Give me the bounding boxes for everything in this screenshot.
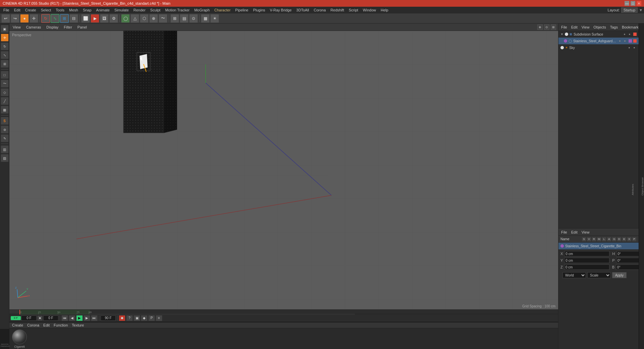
render-settings-button[interactable]: ⚙ — [109, 14, 118, 23]
end-frame-field[interactable] — [101, 315, 116, 321]
mat-menu-edit[interactable]: Edit — [42, 322, 51, 328]
left-scene-btn[interactable]: ▦ — [1, 106, 9, 114]
menu-mesh[interactable]: Mesh — [67, 7, 80, 13]
menu-character[interactable]: Character — [212, 7, 232, 13]
vp-menu-cameras[interactable]: Cameras — [25, 24, 43, 30]
vp-icon-1[interactable]: ⊕ — [537, 24, 543, 30]
menu-redshift[interactable]: Redshift — [328, 7, 346, 13]
obj-menu-objects[interactable]: Objects — [592, 24, 607, 30]
left-deform-btn[interactable]: ╱ — [1, 97, 9, 105]
attr-menu-view[interactable]: View — [580, 230, 591, 235]
attr-col-r[interactable]: R — [592, 237, 596, 242]
key-btn-1[interactable]: ◆ — [37, 315, 43, 321]
menu-window[interactable]: Window — [361, 7, 378, 13]
obj-render-btn-subdivision[interactable]: ● — [627, 32, 632, 37]
goto-end-btn[interactable]: ⏭ — [91, 315, 98, 321]
left-s-btn[interactable]: S — [1, 117, 9, 125]
move-tool-button[interactable]: ✛ — [30, 14, 38, 23]
left-nurbs-btn[interactable]: ◇ — [1, 88, 9, 96]
layout-arrow[interactable]: ▼ — [639, 8, 643, 12]
material-item-cigarett[interactable]: Cigarett — [12, 330, 27, 348]
left-primitive-btn[interactable]: □ — [1, 71, 9, 79]
attr-col-g[interactable]: G — [612, 237, 616, 242]
menu-corona[interactable]: Corona — [312, 7, 328, 13]
viewport[interactable]: Perspective Y X Z Grid Spacing : 100 cm — [9, 31, 558, 309]
menu-plugins[interactable]: Plugins — [251, 7, 267, 13]
snap2-button[interactable]: ⊙ — [189, 14, 198, 23]
redo-button[interactable]: ↩ — [11, 14, 19, 23]
menu-create[interactable]: Create — [23, 7, 38, 13]
light-button[interactable]: ☀ — [210, 14, 219, 23]
obj-item-subdivision[interactable]: ▼ ⊞ Subdivision Surface ● ● — [558, 31, 639, 38]
vp-menu-filter[interactable]: Filter — [62, 24, 73, 30]
polygon-mode-button[interactable]: △ — [130, 14, 139, 23]
menu-snap[interactable]: Snap — [81, 7, 94, 13]
motion-clip-btn[interactable]: ▣ — [133, 315, 140, 321]
attr-col-p[interactable]: P — [632, 237, 637, 242]
left-circle-btn[interactable]: ⊚ — [1, 126, 9, 134]
maximize-button[interactable]: □ — [631, 1, 635, 6]
menu-tools[interactable]: Tools — [54, 7, 66, 13]
x-pos-input[interactable] — [564, 251, 609, 256]
vp-menu-view[interactable]: View — [11, 24, 22, 30]
attr-col-e[interactable]: E — [622, 237, 627, 242]
more-btn[interactable]: ≡ — [156, 315, 162, 321]
render-to-picture-button[interactable]: 🖼 — [100, 14, 109, 23]
obj-menu-view[interactable]: View — [580, 24, 591, 30]
menu-script[interactable]: Script — [347, 7, 360, 13]
minimize-button[interactable]: — — [625, 1, 629, 6]
apply-button[interactable]: Apply — [612, 272, 627, 278]
attr-menu-edit[interactable]: Edit — [570, 230, 579, 235]
left-move-btn[interactable]: ✛ — [1, 34, 9, 42]
vp-icon-2[interactable]: ⊙ — [544, 24, 549, 30]
menu-3dtoall[interactable]: 3DToAll — [294, 7, 311, 13]
scale-dropdown[interactable]: Scale — [587, 272, 611, 278]
undo-button[interactable]: ↩ — [1, 14, 10, 23]
menu-simulate[interactable]: Simulate — [112, 7, 131, 13]
obj-menu-tags[interactable]: Tags — [609, 24, 619, 30]
obj-menu-file[interactable]: File — [560, 24, 569, 30]
attr-col-d[interactable]: D — [617, 237, 622, 242]
grid-button[interactable]: ▤ — [180, 14, 189, 23]
left-transform-btn[interactable]: ⊞ — [1, 60, 9, 68]
browser-label[interactable]: Object Browser — [641, 177, 644, 196]
menu-edit[interactable]: Edit — [12, 7, 22, 13]
point-mode-button[interactable]: ⊕ — [149, 14, 158, 23]
current-frame-field[interactable] — [43, 315, 58, 321]
autokey-btn[interactable]: ? — [126, 315, 133, 321]
object-mode-button[interactable]: ◯ — [121, 14, 130, 23]
menu-animate[interactable]: Animate — [94, 7, 112, 13]
menu-select[interactable]: Select — [39, 7, 53, 13]
param-btn[interactable]: P — [148, 315, 155, 321]
menu-help[interactable]: Help — [379, 7, 390, 13]
obj-render-btn-stainless[interactable]: ● — [623, 39, 627, 43]
attr-col-v[interactable]: V — [587, 237, 591, 242]
attr-col-a[interactable]: A — [607, 237, 611, 242]
menu-sculpt[interactable]: Sculpt — [148, 7, 163, 13]
scale-button[interactable]: ⤡ — [51, 14, 59, 23]
vp-icon-3[interactable]: ⊞ — [551, 24, 556, 30]
play-btn[interactable]: ▶ — [76, 315, 83, 321]
menu-vray[interactable]: V-Ray Bridge — [268, 7, 294, 13]
attr-col-l[interactable]: L — [602, 237, 606, 242]
obj-render-btn-sky[interactable]: ● — [632, 45, 637, 50]
left-poly-btn[interactable]: ▥ — [1, 145, 9, 153]
frame-input[interactable] — [21, 315, 37, 321]
obj-menu-edit[interactable]: Edit — [570, 24, 579, 30]
layout-value[interactable]: Startup — [621, 7, 638, 13]
left-hair-btn[interactable]: ▨ — [1, 154, 9, 162]
mat-menu-create[interactable]: Create — [11, 322, 24, 328]
menu-render[interactable]: Render — [131, 7, 148, 13]
vp-menu-display[interactable]: Display — [45, 24, 60, 30]
menu-motion-tracker[interactable]: Motion Tracker — [163, 7, 192, 13]
close-button[interactable]: × — [637, 1, 641, 6]
render-region-button[interactable]: ⬜ — [81, 14, 90, 23]
world-axis-button[interactable]: ⊟ — [69, 14, 78, 23]
menu-mograph[interactable]: MoGraph — [192, 7, 212, 13]
mat-menu-corona[interactable]: Corona — [26, 322, 41, 328]
attr-menu-file[interactable]: File — [560, 230, 569, 235]
obj-item-sky[interactable]: ☀ Sky ● ● — [558, 44, 639, 51]
edge-mode-button[interactable]: ⬡ — [140, 14, 149, 23]
z-pos-input[interactable] — [564, 264, 609, 270]
attr-col-s[interactable]: S — [582, 237, 586, 242]
